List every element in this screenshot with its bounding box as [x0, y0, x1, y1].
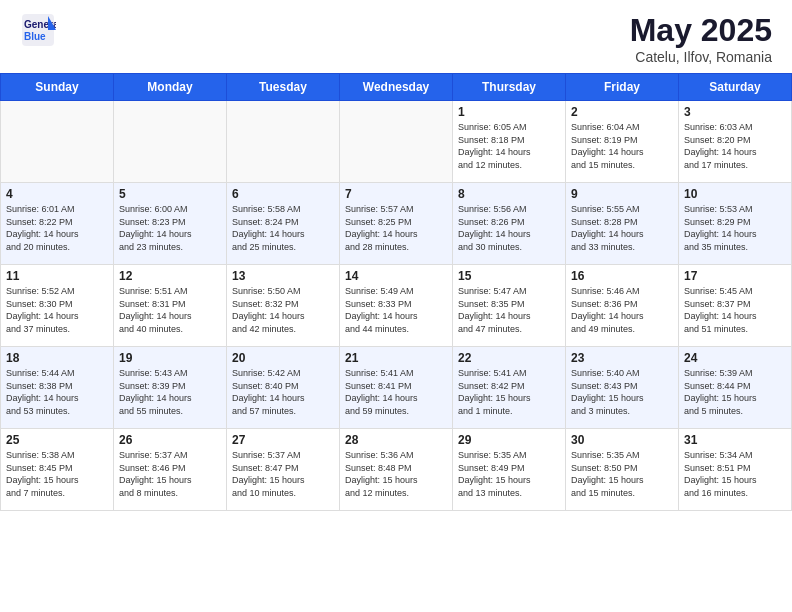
cell-content: Sunrise: 6:01 AM Sunset: 8:22 PM Dayligh…	[6, 203, 108, 253]
calendar-table: Sunday Monday Tuesday Wednesday Thursday…	[0, 73, 792, 511]
day-number: 29	[458, 433, 560, 447]
cell-content: Sunrise: 5:39 AM Sunset: 8:44 PM Dayligh…	[684, 367, 786, 417]
day-number: 12	[119, 269, 221, 283]
cell-content: Sunrise: 5:56 AM Sunset: 8:26 PM Dayligh…	[458, 203, 560, 253]
cell-content: Sunrise: 5:37 AM Sunset: 8:47 PM Dayligh…	[232, 449, 334, 499]
calendar-cell: 31Sunrise: 5:34 AM Sunset: 8:51 PM Dayli…	[679, 429, 792, 511]
cell-content: Sunrise: 5:40 AM Sunset: 8:43 PM Dayligh…	[571, 367, 673, 417]
cell-content: Sunrise: 6:00 AM Sunset: 8:23 PM Dayligh…	[119, 203, 221, 253]
day-number: 10	[684, 187, 786, 201]
calendar-cell: 5Sunrise: 6:00 AM Sunset: 8:23 PM Daylig…	[114, 183, 227, 265]
day-number: 6	[232, 187, 334, 201]
day-number: 20	[232, 351, 334, 365]
calendar-cell: 15Sunrise: 5:47 AM Sunset: 8:35 PM Dayli…	[453, 265, 566, 347]
day-number: 31	[684, 433, 786, 447]
calendar-cell: 14Sunrise: 5:49 AM Sunset: 8:33 PM Dayli…	[340, 265, 453, 347]
calendar-cell: 28Sunrise: 5:36 AM Sunset: 8:48 PM Dayli…	[340, 429, 453, 511]
day-number: 19	[119, 351, 221, 365]
logo: General Blue	[20, 12, 56, 48]
calendar-cell: 13Sunrise: 5:50 AM Sunset: 8:32 PM Dayli…	[227, 265, 340, 347]
calendar-cell: 24Sunrise: 5:39 AM Sunset: 8:44 PM Dayli…	[679, 347, 792, 429]
cell-content: Sunrise: 5:37 AM Sunset: 8:46 PM Dayligh…	[119, 449, 221, 499]
calendar-title: May 2025	[630, 12, 772, 49]
day-number: 27	[232, 433, 334, 447]
cell-content: Sunrise: 5:43 AM Sunset: 8:39 PM Dayligh…	[119, 367, 221, 417]
calendar-cell: 23Sunrise: 5:40 AM Sunset: 8:43 PM Dayli…	[566, 347, 679, 429]
day-number: 15	[458, 269, 560, 283]
cell-content: Sunrise: 5:42 AM Sunset: 8:40 PM Dayligh…	[232, 367, 334, 417]
day-number: 5	[119, 187, 221, 201]
calendar-cell: 25Sunrise: 5:38 AM Sunset: 8:45 PM Dayli…	[1, 429, 114, 511]
cell-content: Sunrise: 5:55 AM Sunset: 8:28 PM Dayligh…	[571, 203, 673, 253]
calendar-cell: 4Sunrise: 6:01 AM Sunset: 8:22 PM Daylig…	[1, 183, 114, 265]
calendar-header-row: Sunday Monday Tuesday Wednesday Thursday…	[1, 74, 792, 101]
day-number: 24	[684, 351, 786, 365]
calendar-cell: 26Sunrise: 5:37 AM Sunset: 8:46 PM Dayli…	[114, 429, 227, 511]
day-number: 7	[345, 187, 447, 201]
day-number: 17	[684, 269, 786, 283]
cell-content: Sunrise: 5:41 AM Sunset: 8:41 PM Dayligh…	[345, 367, 447, 417]
day-number: 2	[571, 105, 673, 119]
calendar-cell: 22Sunrise: 5:41 AM Sunset: 8:42 PM Dayli…	[453, 347, 566, 429]
calendar-cell: 16Sunrise: 5:46 AM Sunset: 8:36 PM Dayli…	[566, 265, 679, 347]
day-number: 11	[6, 269, 108, 283]
day-number: 21	[345, 351, 447, 365]
day-number: 16	[571, 269, 673, 283]
day-number: 4	[6, 187, 108, 201]
calendar-cell	[227, 101, 340, 183]
day-number: 22	[458, 351, 560, 365]
cell-content: Sunrise: 6:03 AM Sunset: 8:20 PM Dayligh…	[684, 121, 786, 171]
cell-content: Sunrise: 5:45 AM Sunset: 8:37 PM Dayligh…	[684, 285, 786, 335]
cell-content: Sunrise: 5:38 AM Sunset: 8:45 PM Dayligh…	[6, 449, 108, 499]
cell-content: Sunrise: 5:50 AM Sunset: 8:32 PM Dayligh…	[232, 285, 334, 335]
week-row-5: 25Sunrise: 5:38 AM Sunset: 8:45 PM Dayli…	[1, 429, 792, 511]
col-monday: Monday	[114, 74, 227, 101]
calendar-cell: 10Sunrise: 5:53 AM Sunset: 8:29 PM Dayli…	[679, 183, 792, 265]
logo-icon: General Blue	[20, 12, 56, 48]
calendar-cell: 1Sunrise: 6:05 AM Sunset: 8:18 PM Daylig…	[453, 101, 566, 183]
day-number: 14	[345, 269, 447, 283]
calendar-cell: 17Sunrise: 5:45 AM Sunset: 8:37 PM Dayli…	[679, 265, 792, 347]
day-number: 1	[458, 105, 560, 119]
day-number: 18	[6, 351, 108, 365]
cell-content: Sunrise: 5:36 AM Sunset: 8:48 PM Dayligh…	[345, 449, 447, 499]
day-number: 26	[119, 433, 221, 447]
calendar-cell	[340, 101, 453, 183]
calendar-cell: 20Sunrise: 5:42 AM Sunset: 8:40 PM Dayli…	[227, 347, 340, 429]
cell-content: Sunrise: 5:53 AM Sunset: 8:29 PM Dayligh…	[684, 203, 786, 253]
cell-content: Sunrise: 5:51 AM Sunset: 8:31 PM Dayligh…	[119, 285, 221, 335]
cell-content: Sunrise: 5:35 AM Sunset: 8:50 PM Dayligh…	[571, 449, 673, 499]
cell-content: Sunrise: 5:46 AM Sunset: 8:36 PM Dayligh…	[571, 285, 673, 335]
cell-content: Sunrise: 5:41 AM Sunset: 8:42 PM Dayligh…	[458, 367, 560, 417]
calendar-cell: 19Sunrise: 5:43 AM Sunset: 8:39 PM Dayli…	[114, 347, 227, 429]
cell-content: Sunrise: 6:05 AM Sunset: 8:18 PM Dayligh…	[458, 121, 560, 171]
title-block: May 2025 Catelu, Ilfov, Romania	[630, 12, 772, 65]
calendar-cell: 30Sunrise: 5:35 AM Sunset: 8:50 PM Dayli…	[566, 429, 679, 511]
calendar-cell: 6Sunrise: 5:58 AM Sunset: 8:24 PM Daylig…	[227, 183, 340, 265]
cell-content: Sunrise: 6:04 AM Sunset: 8:19 PM Dayligh…	[571, 121, 673, 171]
day-number: 28	[345, 433, 447, 447]
week-row-4: 18Sunrise: 5:44 AM Sunset: 8:38 PM Dayli…	[1, 347, 792, 429]
col-thursday: Thursday	[453, 74, 566, 101]
day-number: 25	[6, 433, 108, 447]
week-row-1: 1Sunrise: 6:05 AM Sunset: 8:18 PM Daylig…	[1, 101, 792, 183]
col-friday: Friday	[566, 74, 679, 101]
svg-text:Blue: Blue	[24, 31, 46, 42]
calendar-subtitle: Catelu, Ilfov, Romania	[630, 49, 772, 65]
cell-content: Sunrise: 5:52 AM Sunset: 8:30 PM Dayligh…	[6, 285, 108, 335]
calendar-cell: 27Sunrise: 5:37 AM Sunset: 8:47 PM Dayli…	[227, 429, 340, 511]
calendar-cell	[114, 101, 227, 183]
cell-content: Sunrise: 5:44 AM Sunset: 8:38 PM Dayligh…	[6, 367, 108, 417]
cell-content: Sunrise: 5:58 AM Sunset: 8:24 PM Dayligh…	[232, 203, 334, 253]
cell-content: Sunrise: 5:49 AM Sunset: 8:33 PM Dayligh…	[345, 285, 447, 335]
calendar-cell	[1, 101, 114, 183]
calendar-cell: 3Sunrise: 6:03 AM Sunset: 8:20 PM Daylig…	[679, 101, 792, 183]
calendar-cell: 2Sunrise: 6:04 AM Sunset: 8:19 PM Daylig…	[566, 101, 679, 183]
col-tuesday: Tuesday	[227, 74, 340, 101]
week-row-3: 11Sunrise: 5:52 AM Sunset: 8:30 PM Dayli…	[1, 265, 792, 347]
cell-content: Sunrise: 5:47 AM Sunset: 8:35 PM Dayligh…	[458, 285, 560, 335]
calendar-cell: 18Sunrise: 5:44 AM Sunset: 8:38 PM Dayli…	[1, 347, 114, 429]
calendar-cell: 7Sunrise: 5:57 AM Sunset: 8:25 PM Daylig…	[340, 183, 453, 265]
calendar-cell: 11Sunrise: 5:52 AM Sunset: 8:30 PM Dayli…	[1, 265, 114, 347]
col-wednesday: Wednesday	[340, 74, 453, 101]
